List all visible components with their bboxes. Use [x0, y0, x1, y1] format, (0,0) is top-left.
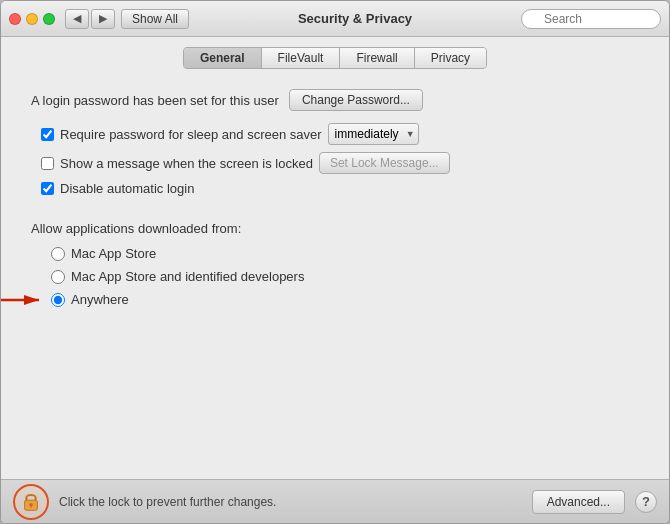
show-message-label: Show a message when the screen is locked [60, 156, 313, 171]
tabs-group: General FileVault Firewall Privacy [183, 47, 487, 69]
radio-identified[interactable] [51, 270, 65, 284]
disable-autologin-label: Disable automatic login [60, 181, 194, 196]
content-area: A login password has been set for this u… [1, 77, 669, 479]
show-message-row: Show a message when the screen is locked… [41, 152, 639, 174]
search-wrapper: 🔍 [521, 9, 661, 29]
require-password-row: Require password for sleep and screen sa… [41, 123, 639, 145]
change-password-button[interactable]: Change Password... [289, 89, 423, 111]
radio-row-anywhere: Anywhere [51, 292, 639, 307]
tab-firewall[interactable]: Firewall [340, 48, 414, 68]
help-button[interactable]: ? [635, 491, 657, 513]
back-button[interactable]: ◀ [65, 9, 89, 29]
lock-message: Click the lock to prevent further change… [59, 495, 522, 509]
minimize-button[interactable] [26, 13, 38, 25]
tab-filevault[interactable]: FileVault [262, 48, 341, 68]
search-input[interactable] [521, 9, 661, 29]
radio-mac-app-store[interactable] [51, 247, 65, 261]
radio-label-mac-app-store: Mac App Store [71, 246, 156, 261]
arrow-annotation [0, 290, 46, 310]
radio-row-mac-app-store: Mac App Store [51, 246, 639, 261]
require-password-label: Require password for sleep and screen sa… [60, 127, 322, 142]
traffic-lights [9, 13, 55, 25]
close-button[interactable] [9, 13, 21, 25]
radio-label-anywhere: Anywhere [71, 292, 129, 307]
require-password-checkbox[interactable] [41, 128, 54, 141]
disable-autologin-checkbox[interactable] [41, 182, 54, 195]
tabs-bar: General FileVault Firewall Privacy [1, 37, 669, 77]
checkboxes-section: Require password for sleep and screen sa… [41, 123, 639, 196]
radio-anywhere[interactable] [51, 293, 65, 307]
forward-button[interactable]: ▶ [91, 9, 115, 29]
lock-icon [21, 491, 41, 513]
svg-rect-4 [30, 504, 32, 507]
radio-row-identified: Mac App Store and identified developers [51, 269, 639, 284]
tab-privacy[interactable]: Privacy [415, 48, 486, 68]
main-window: ◀ ▶ Show All Security & Privacy 🔍 Genera… [0, 0, 670, 524]
arrow-icon [0, 290, 46, 310]
show-message-checkbox[interactable] [41, 157, 54, 170]
disable-autologin-row: Disable automatic login [41, 181, 639, 196]
lock-button[interactable] [13, 484, 49, 520]
titlebar: ◀ ▶ Show All Security & Privacy 🔍 [1, 1, 669, 37]
allow-apps-title: Allow applications downloaded from: [31, 221, 639, 236]
radio-group: Mac App Store Mac App Store and identifi… [51, 246, 639, 307]
advanced-button[interactable]: Advanced... [532, 490, 625, 514]
tab-general[interactable]: General [184, 48, 262, 68]
immediately-select-wrapper: immediately 5 seconds 1 minute 5 minutes… [328, 123, 419, 145]
nav-buttons: ◀ ▶ [65, 9, 115, 29]
radio-label-identified: Mac App Store and identified developers [71, 269, 304, 284]
require-password-select[interactable]: immediately 5 seconds 1 minute 5 minutes… [328, 123, 419, 145]
window-title: Security & Privacy [195, 11, 515, 26]
login-password-row: A login password has been set for this u… [31, 89, 639, 111]
show-all-button[interactable]: Show All [121, 9, 189, 29]
set-lock-message-button[interactable]: Set Lock Message... [319, 152, 450, 174]
login-password-label: A login password has been set for this u… [31, 93, 279, 108]
allow-apps-section: Allow applications downloaded from: Mac … [31, 221, 639, 307]
maximize-button[interactable] [43, 13, 55, 25]
bottom-bar: Click the lock to prevent further change… [1, 479, 669, 523]
